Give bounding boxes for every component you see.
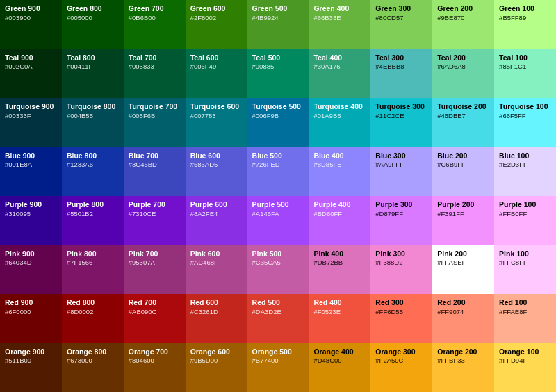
color-cell[interactable]: Teal 800#00411F <box>62 49 124 99</box>
color-cell[interactable]: Green 300#80CD57 <box>370 0 432 49</box>
color-cell[interactable]: Red 600#C3261D <box>186 294 247 343</box>
color-cell[interactable]: Purple 800#5501B2 <box>62 196 124 245</box>
color-cell[interactable]: Pink 800#7F1566 <box>62 245 124 295</box>
color-cell[interactable]: Red 200#FF9074 <box>432 294 494 343</box>
color-cell[interactable]: Teal 100#85F1C1 <box>494 49 556 99</box>
color-cell[interactable]: Green 500#4B9924 <box>247 0 309 49</box>
color-hex: #C35CA5 <box>252 259 304 267</box>
color-cell[interactable]: Purple 200#F391FF <box>432 196 494 245</box>
color-cell[interactable]: Pink 400#DB72BB <box>309 245 370 295</box>
color-name: Purple 300 <box>375 200 427 210</box>
color-hex: #C3261D <box>190 308 243 316</box>
color-cell[interactable]: Orange 100#FFD94F <box>494 343 556 393</box>
color-cell[interactable]: Blue 600#585AD5 <box>186 147 247 197</box>
color-cell[interactable]: Turquoise 100#66F5FF <box>494 98 556 147</box>
color-hex: #007783 <box>190 112 243 120</box>
color-cell[interactable]: Purple 300#D879FF <box>370 196 432 245</box>
color-hex: #726FED <box>252 161 304 169</box>
color-cell[interactable]: Purple 900#310095 <box>0 196 62 245</box>
color-cell[interactable]: Green 800#005000 <box>62 0 124 49</box>
color-cell[interactable]: Blue 700#3C46BD <box>124 147 186 197</box>
color-cell[interactable]: Blue 300#AA9FFF <box>370 147 432 197</box>
color-cell[interactable]: Blue 100#E2D3FF <box>494 147 556 197</box>
color-cell[interactable]: Green 900#003900 <box>0 0 62 49</box>
color-cell[interactable]: Pink 900#64034D <box>0 245 62 295</box>
color-cell[interactable]: Teal 200#6AD6A8 <box>432 49 494 99</box>
color-cell[interactable]: Purple 500#A146FA <box>247 196 309 245</box>
color-cell[interactable]: Blue 500#726FED <box>247 147 309 197</box>
color-cell[interactable]: Purple 600#8A2FE4 <box>186 196 247 245</box>
color-name: Pink 100 <box>499 250 551 259</box>
color-cell[interactable]: Red 300#FF6D55 <box>370 294 432 343</box>
color-hex: #C6B9FF <box>437 161 489 169</box>
color-cell[interactable]: Blue 800#1233A6 <box>62 147 124 197</box>
color-cell[interactable]: Green 700#0B6B00 <box>124 0 186 49</box>
color-cell[interactable]: Green 600#2F8002 <box>186 0 247 49</box>
color-cell[interactable]: Red 700#AB090C <box>124 294 186 343</box>
color-cell[interactable]: Orange 400#D48C00 <box>309 343 370 393</box>
color-cell[interactable]: Teal 300#4EBBB8 <box>370 49 432 99</box>
color-cell[interactable]: Turquoise 800#004B55 <box>62 98 124 147</box>
color-cell[interactable]: Turquoise 600#007783 <box>186 98 247 147</box>
color-cell[interactable]: Green 400#66B33E <box>309 0 370 49</box>
color-hex: #004B55 <box>67 112 119 120</box>
color-cell[interactable]: Green 100#B5FF89 <box>494 0 556 49</box>
color-cell[interactable]: Orange 700#804600 <box>124 343 186 393</box>
color-cell[interactable]: Purple 100#FFB0FF <box>494 196 556 245</box>
color-cell[interactable]: Orange 900#511B00 <box>0 343 62 393</box>
color-cell[interactable]: Pink 200#FFASEF <box>432 245 494 295</box>
color-name: Orange 600 <box>190 348 243 357</box>
color-hex: #8A2FE4 <box>190 210 243 218</box>
color-cell[interactable]: Teal 400#30A176 <box>309 49 370 99</box>
color-cell[interactable]: Pink 100#FFC8FF <box>494 245 556 295</box>
color-cell[interactable]: Teal 900#002C0A <box>0 49 62 99</box>
color-cell[interactable]: Turquoise 300#11C2CE <box>370 98 432 147</box>
color-cell[interactable]: Purple 700#7310CE <box>124 196 186 245</box>
color-name: Turquoise 800 <box>67 102 119 112</box>
color-hex: #BD60FF <box>313 210 366 218</box>
color-name: Red 800 <box>67 298 119 308</box>
color-name: Teal 300 <box>375 54 427 63</box>
color-name: Pink 300 <box>375 250 427 259</box>
color-name: Turquoise 100 <box>499 102 551 112</box>
color-cell[interactable]: Blue 200#C6B9FF <box>432 147 494 197</box>
color-cell[interactable]: Red 500#DA3D2E <box>247 294 309 343</box>
color-cell[interactable]: Pink 600#AC468F <box>186 245 247 295</box>
color-cell[interactable]: Orange 300#F2A50C <box>370 343 432 393</box>
color-cell[interactable]: Teal 600#006F49 <box>186 49 247 99</box>
color-cell[interactable]: Orange 800#673000 <box>62 343 124 393</box>
color-cell[interactable]: Blue 900#001E8A <box>0 147 62 197</box>
color-cell[interactable]: Purple 400#BD60FF <box>309 196 370 245</box>
color-cell[interactable]: Red 400#F0523E <box>309 294 370 343</box>
color-cell[interactable]: Pink 500#C35CA5 <box>247 245 309 295</box>
color-name: Red 900 <box>5 298 57 308</box>
color-cell[interactable]: Teal 700#005833 <box>124 49 186 99</box>
color-cell[interactable]: Turquoise 500#006F9B <box>247 98 309 147</box>
color-cell[interactable]: Red 900#6F0000 <box>0 294 62 343</box>
color-cell[interactable]: Orange 200#FFBF33 <box>432 343 494 393</box>
color-name: Teal 700 <box>129 54 181 63</box>
color-cell[interactable]: Pink 700#95307A <box>124 245 186 295</box>
color-hex: #005000 <box>67 14 119 22</box>
color-cell[interactable]: Turquoise 700#005F6B <box>124 98 186 147</box>
color-cell[interactable]: Turquoise 900#00333F <box>0 98 62 147</box>
color-cell[interactable]: Green 200#9BE870 <box>432 0 494 49</box>
color-cell[interactable]: Red 800#8D0002 <box>62 294 124 343</box>
color-name: Teal 500 <box>252 54 304 63</box>
color-name: Green 300 <box>375 4 427 14</box>
color-name: Red 600 <box>190 298 243 308</box>
color-hex: #310095 <box>5 210 57 218</box>
color-cell[interactable]: Orange 500#B77400 <box>247 343 309 393</box>
color-cell[interactable]: Pink 300#F388D2 <box>370 245 432 295</box>
color-hex: #6F0000 <box>5 308 57 316</box>
color-name: Red 500 <box>252 298 304 308</box>
color-name: Green 800 <box>67 4 119 14</box>
color-cell[interactable]: Orange 600#9B5D00 <box>186 343 247 393</box>
color-cell[interactable]: Turquoise 400#01A9B5 <box>309 98 370 147</box>
color-cell[interactable]: Blue 400#8D85FE <box>309 147 370 197</box>
color-cell[interactable]: Red 100#FFAE8F <box>494 294 556 343</box>
color-name: Green 400 <box>313 4 366 14</box>
color-name: Purple 100 <box>499 200 551 210</box>
color-cell[interactable]: Turquoise 200#46DBE7 <box>432 98 494 147</box>
color-cell[interactable]: Teal 500#00885F <box>247 49 309 99</box>
